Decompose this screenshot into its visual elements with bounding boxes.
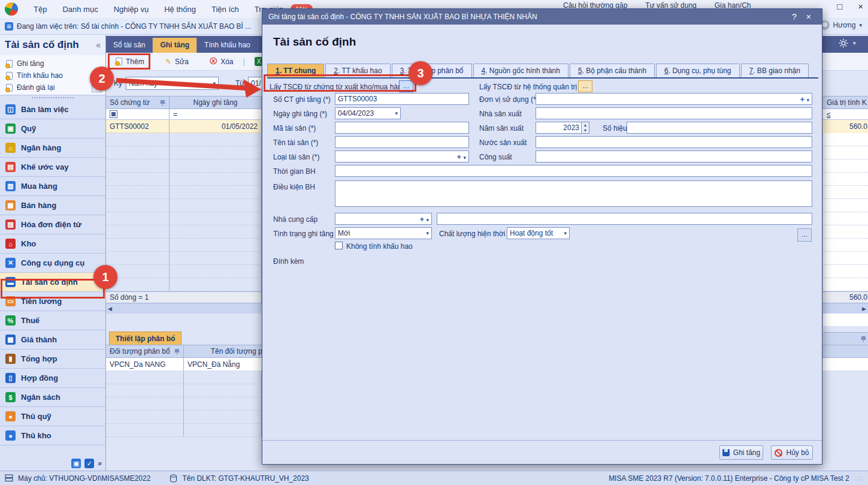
pin-icon[interactable]: [174, 348, 180, 355]
filter-checkbox[interactable]: [110, 110, 117, 118]
delete-button[interactable]: ⓧXóa: [204, 55, 239, 68]
gear-icon[interactable]: [839, 38, 848, 48]
dialog-close-button[interactable]: ×: [802, 12, 816, 22]
sidebar-item-gia-thanh[interactable]: ▦Giá thành: [0, 330, 105, 350]
tab-thiet-lap-phan-bo[interactable]: Thiết lập phân bổ: [109, 332, 182, 345]
sidebar-item-tong-hop[interactable]: ▮Tổng hợp: [0, 350, 105, 369]
sidebar-item-thu-kho[interactable]: ●Thủ kho: [0, 426, 105, 445]
col-header-ngay-ghi-tang[interactable]: Ngày ghi tăng: [170, 97, 262, 109]
tab-ghi-tang[interactable]: Ghi tăng: [153, 38, 197, 53]
sidebar-item-quy[interactable]: ▣Quỹ: [0, 119, 105, 138]
pin-icon[interactable]: [861, 336, 866, 342]
cancel-button[interactable]: Hủy bỏ: [771, 445, 813, 460]
more-icon[interactable]: »: [98, 459, 102, 468]
nha-sx-input[interactable]: [536, 107, 812, 119]
ncc-combo[interactable]: + ▾: [335, 213, 432, 225]
dtab-nguon-goc[interactable]: 4. Nguồn gốc hình thành: [473, 64, 568, 77]
sidebar-item-thu-quy[interactable]: ●Thủ quỹ: [0, 407, 105, 426]
value-filter-op[interactable]: ≤: [823, 109, 868, 120]
scroll-right-icon[interactable]: ▶: [862, 306, 866, 312]
sidebar-item-ngan-hang[interactable]: ⌂Ngân hàng: [0, 138, 105, 158]
col-header-so-chung-tu[interactable]: Số chứng từ: [106, 97, 170, 109]
cell-alloc-code: VPCN_Da NANG: [106, 358, 184, 370]
row-count: Số dòng = 1: [106, 292, 262, 303]
nuoc-sx-input[interactable]: [536, 136, 812, 148]
sidebar-item-cong-cu-dung-cu[interactable]: ✕Công cụ dụng cụ: [0, 254, 105, 273]
tab-so-tai-san[interactable]: Sổ tài sản: [106, 38, 153, 53]
ma-ts-input[interactable]: [335, 122, 469, 134]
chevron-down-icon[interactable]: ▾: [806, 97, 809, 103]
chevron-down-icon[interactable]: ▾: [426, 217, 429, 223]
pin-icon[interactable]: [160, 100, 165, 106]
col-header-ten-doi-tuong[interactable]: Tên đối tượng phâ: [184, 345, 274, 357]
menu-system[interactable]: Hệ thống: [164, 5, 196, 14]
add-icon[interactable]: +: [457, 152, 462, 161]
costing-icon: ▦: [5, 335, 16, 345]
sidebar-item-ban-lam-viec[interactable]: ◫Bàn làm việc: [0, 100, 105, 119]
tab-tinh-khau-hao[interactable]: Tính khấu hao: [197, 38, 258, 53]
workspace-icon: ◫: [5, 104, 16, 115]
maximize-button[interactable]: □: [837, 1, 842, 11]
horizontal-scrollbar-right[interactable]: ▶: [823, 303, 868, 314]
loai-ts-combo[interactable]: + ▾: [335, 150, 469, 162]
sidebar-item-mua-hang[interactable]: ▥Mua hàng: [0, 177, 105, 196]
ncc-name-input[interactable]: [437, 213, 812, 225]
menu-operations[interactable]: Nghiệp vụ: [114, 5, 149, 14]
task-check-icon[interactable]: ✓: [84, 459, 94, 468]
so-ct-input[interactable]: [335, 93, 469, 105]
resize-grip[interactable]: .::: [857, 475, 863, 481]
dialog-help-button[interactable]: ?: [787, 12, 802, 22]
sidebar-item-kho[interactable]: ⌂Kho: [0, 234, 105, 254]
sidebar-item-ban-hang[interactable]: ▦Bán hàng: [0, 196, 105, 215]
chevron-down-icon[interactable]: ▾: [463, 155, 466, 161]
gear-dropdown-icon[interactable]: ▾: [853, 40, 856, 46]
cong-suat-input[interactable]: [536, 150, 812, 162]
so-hieu-input[interactable]: [627, 122, 812, 134]
sidebar-item-ngan-sach[interactable]: $Ngân sách: [0, 388, 105, 407]
tg-bh-input[interactable]: [335, 165, 812, 177]
more-options-button[interactable]: ...: [797, 228, 812, 242]
close-button[interactable]: ×: [858, 1, 863, 11]
add-icon[interactable]: +: [420, 215, 425, 224]
ngay-label: Ngày ghi tăng (*): [273, 110, 327, 118]
print-queue-icon[interactable]: ▣: [71, 459, 81, 468]
dialog-title-bar[interactable]: Ghi tăng tài sản cố định - CÔNG TY TNHH …: [262, 9, 822, 25]
ten-ts-label: Tên tài sản (*): [273, 138, 318, 147]
col-header-doi-tuong[interactable]: Đối tượng phân bổ: [106, 345, 184, 357]
storekeeper-icon: ●: [5, 430, 16, 441]
tinh-trang-label: Tình trạng ghi tăng: [273, 230, 334, 238]
ten-ts-input[interactable]: [335, 136, 469, 148]
don-vi-combo[interactable]: + ▾: [536, 93, 812, 105]
tinh-trang-combo[interactable]: Mới▾: [335, 227, 432, 239]
working-on-label: Đang làm việc trên: Sổ tài chính - CÔNG …: [17, 22, 251, 31]
sidebar-item-label: Quỹ: [21, 124, 36, 133]
dialog-footer: Ghi tăng Hủy bỏ: [262, 440, 822, 464]
dtab-dung-cu-phu-tung[interactable]: 6. Dụng cụ, phụ tùng: [656, 64, 739, 77]
shortcut-danh-gia-lai[interactable]: Đánh giá lại: [0, 82, 105, 94]
edit-button[interactable]: ✎Sửa: [159, 56, 195, 68]
dtab-bo-phan-cau-thanh[interactable]: 5. Bộ phận cấu thành: [570, 64, 655, 77]
collapse-icon[interactable]: «: [96, 40, 101, 50]
sidebar-item-hoa-don-dien-tu[interactable]: ▧Hóa đơn điện tử: [0, 215, 105, 234]
sidebar-item-thue[interactable]: %Thuế: [0, 311, 105, 330]
add-icon[interactable]: +: [800, 95, 805, 104]
dtab-bb-giao-nhan[interactable]: 7. BB giao nhận: [741, 64, 809, 77]
save-button[interactable]: Ghi tăng: [719, 445, 763, 460]
khong-tinh-khau-hao-checkbox[interactable]: [335, 242, 343, 249]
dlkt-label: Tên DLKT: GTGT-KHAUTRU_VH_2023: [182, 474, 309, 483]
date-filter-op[interactable]: =: [170, 109, 262, 119]
sidebar-item-hop-dong[interactable]: ▯Hợp đồng: [0, 369, 105, 388]
nam-sx-spinner[interactable]: 2023▲▼: [536, 122, 589, 134]
chat-luong-combo[interactable]: Hoạt động tốt▾: [507, 227, 570, 239]
dk-bh-textarea[interactable]: [335, 180, 812, 207]
ngay-date-picker[interactable]: 04/04/2023▾: [335, 107, 401, 119]
scroll-left-icon[interactable]: ◀: [108, 306, 112, 312]
shortcut-ghi-tang[interactable]: Ghi tăng: [0, 58, 105, 70]
col-header-gia-tri[interactable]: Giá trị tính K: [823, 96, 868, 109]
menu-catalog[interactable]: Danh mục: [62, 5, 98, 14]
user-menu[interactable]: Hương ▾: [820, 20, 862, 30]
fetch-from-admin-button[interactable]: ...: [578, 80, 592, 92]
menu-file[interactable]: Tệp: [34, 5, 47, 14]
sidebar-item-khe-uoc-vay[interactable]: ▤Khế ước vay: [0, 158, 105, 177]
menu-utilities[interactable]: Tiện ích: [211, 5, 239, 14]
